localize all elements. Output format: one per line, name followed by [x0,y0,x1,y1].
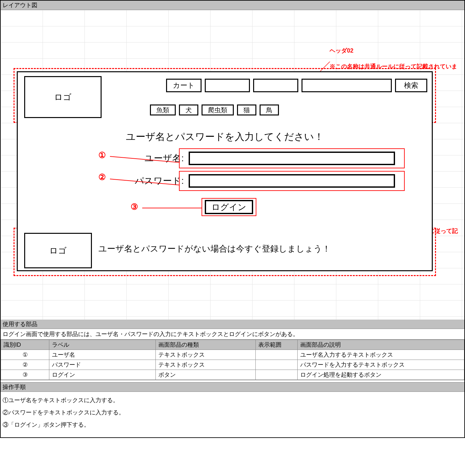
col-range: 表示範囲 [256,340,298,350]
username-input[interactable] [189,152,395,165]
cell-id: ② [1,360,49,370]
instruction-text: ユーザ名とパスワードを入力してください！ [18,130,432,144]
parts-description: ログイン画面で使用する部品には、ユーザ名・パスワードの入力にテキストボックスとロ… [1,329,464,340]
search-input[interactable] [302,79,392,92]
cell-kind: ボタン [156,370,256,380]
step-item: ③「ログイン」ボタン押下する。 [3,419,462,431]
cell-id: ① [1,350,49,360]
cell-desc: ログイン処理を起動するボタン [298,370,464,380]
logo-box-bottom: ロゴ [24,233,92,268]
cell-id: ③ [1,370,49,380]
table-separator [1,380,464,382]
cell-label: ユーザ名 [49,350,156,360]
col-label: ラベル [49,340,156,350]
steps-list: ①ユーザ名をテキストボックスに入力する。 ②パスワードをテキストボックスに入力す… [1,392,464,437]
search-button[interactable]: 検索 [395,79,427,92]
register-message: ユーザ名とパスワードがない場合は今すぐ登録しましょう！ [98,243,422,254]
cell-label: ログイン [49,370,156,380]
marker-1: ① [98,150,106,160]
step-item: ②パスワードをテキストボックスに入力する。 [3,407,462,419]
cell-range [256,370,298,380]
col-kind: 画面部品の種類 [156,340,256,350]
category-cat[interactable]: 猫 [237,104,256,115]
header-blank-1[interactable] [205,79,250,92]
cell-kind: テキストボックス [156,350,256,360]
marker-2: ② [98,172,106,182]
login-button[interactable]: ログイン [205,200,253,214]
cell-kind: テキストボックス [156,360,256,370]
username-label: ユーザ名: [102,152,184,164]
annotation-header-name: ヘッダ02 [330,47,353,54]
cell-desc: ユーザ名入力するテキストボックス [298,350,464,360]
step-item: ①ユーザ名をテキストボックスに入力する。 [3,394,462,407]
parts-table: 識別ID ラベル 画面部品の種類 表示範囲 画面部品の説明 ① ユーザ名 テキス… [1,340,464,380]
logo-box-top: ロゴ [24,76,102,118]
cell-range [256,350,298,360]
col-desc: 画面部品の説明 [298,340,464,350]
category-dog[interactable]: 犬 [179,104,198,115]
password-label: パスワード: [102,175,184,187]
section-header-parts: 使用する部品 [1,320,464,329]
table-row: ② パスワード テキストボックス パスワードを入力するテキストボックス [1,360,464,370]
table-row: ③ ログイン ボタン ログイン処理を起動するボタン [1,370,464,380]
header-blank-2[interactable] [253,79,298,92]
cell-range [256,360,298,370]
table-row: ① ユーザ名 テキストボックス ユーザ名入力するテキストボックス [1,350,464,360]
cell-desc: パスワードを入力するテキストボックス [298,360,464,370]
screen-mockup: ロゴ カート 検索 魚類 犬 爬虫類 猫 鳥 ユーザ名とパスワードを入力してくだ… [17,71,433,271]
marker-3-leader [142,208,202,208]
marker-3: ③ [131,202,138,212]
section-header-steps: 操作手順 [1,382,464,392]
cart-button[interactable]: カート [166,79,202,92]
category-bird[interactable]: 鳥 [260,104,279,115]
col-id: 識別ID [1,340,49,350]
category-fish[interactable]: 魚類 [150,104,176,115]
layout-diagram-area: ヘッダ02 ※この名称は共通ルールに従って記載されています。 フッタ02 ※この… [1,10,464,320]
section-header-layout: レイアウト図 [1,1,464,10]
password-input[interactable] [189,174,395,188]
category-reptile[interactable]: 爬虫類 [202,104,234,115]
parts-header-row: 識別ID ラベル 画面部品の種類 表示範囲 画面部品の説明 [1,340,464,350]
cell-label: パスワード [49,360,156,370]
